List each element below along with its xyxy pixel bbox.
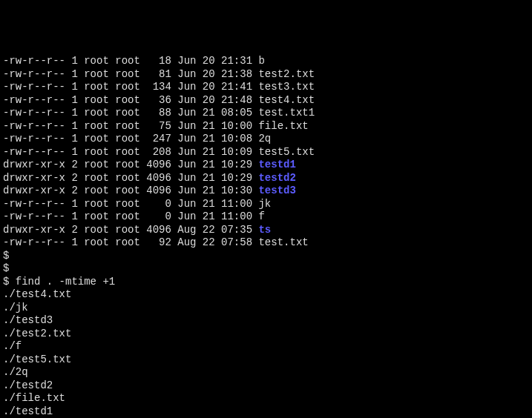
ls-row: -rw-r--r-- 1 root root 75 Jun 21 10:00 f… (3, 120, 529, 133)
ls-row: -rw-r--r-- 1 root root 0 Jun 21 11:00 jk (3, 198, 529, 211)
file-name: file.txt (258, 120, 308, 132)
ls-row: -rw-r--r-- 1 root root 92 Aug 22 07:58 t… (3, 236, 529, 250)
ls-row: -rw-r--r-- 1 root root 88 Jun 21 08:05 t… (3, 107, 529, 120)
file-name: test.txt (258, 236, 308, 248)
find-output-line: ./2q (3, 366, 529, 379)
prompt-line: $ (3, 250, 529, 263)
file-name: test4.txt (258, 94, 315, 106)
file-name: test3.txt (258, 81, 315, 93)
file-name: 2q (258, 133, 271, 145)
ls-row: -rw-r--r-- 1 root root 134 Jun 20 21:41 … (3, 81, 529, 94)
find-output-line: ./f (3, 340, 529, 354)
find-output-line: ./test2.txt (3, 328, 529, 341)
dir-name: testd2 (258, 172, 295, 184)
ls-row: -rw-r--r-- 1 root root 81 Jun 20 21:38 t… (3, 68, 529, 82)
find-output-line: ./file.txt (3, 392, 529, 405)
ls-row: drwxr-xr-x 2 root root 4096 Jun 21 10:29… (3, 159, 529, 172)
file-name: b (258, 55, 264, 67)
dir-name: ts (258, 224, 271, 236)
ls-row: -rw-r--r-- 1 root root 247 Jun 21 10:08 … (3, 133, 529, 146)
terminal[interactable]: -rw-r--r-- 1 root root 18 Jun 20 21:31 b… (3, 55, 529, 418)
ls-row: -rw-r--r-- 1 root root 18 Jun 20 21:31 b (3, 55, 529, 68)
dir-name: testd3 (258, 185, 295, 196)
ls-row: drwxr-xr-x 2 root root 4096 Jun 21 10:29… (3, 172, 529, 185)
find-output-line: ./testd2 (3, 379, 529, 393)
ls-row: drwxr-xr-x 2 root root 4096 Aug 22 07:35… (3, 224, 529, 237)
find-output-line: ./test4.txt (3, 288, 529, 302)
ls-row: -rw-r--r-- 1 root root 208 Jun 21 10:09 … (3, 146, 529, 159)
ls-row: -rw-r--r-- 1 root root 0 Jun 21 11:00 f (3, 210, 529, 224)
file-name: f (258, 210, 264, 222)
prompt-line: $ (3, 262, 529, 276)
file-name: test2.txt (258, 68, 315, 80)
find-output-line: ./test5.txt (3, 354, 529, 367)
find-output-line: ./jk (3, 302, 529, 315)
command-line: $ find . -mtime +1 (3, 276, 529, 289)
find-output-line: ./testd1 (3, 405, 529, 419)
find-output-line: ./testd3 (3, 314, 529, 328)
file-name: jk (258, 198, 271, 210)
dir-name: testd1 (258, 159, 295, 170)
ls-row: -rw-r--r-- 1 root root 36 Jun 20 21:48 t… (3, 94, 529, 107)
ls-row: drwxr-xr-x 2 root root 4096 Jun 21 10:30… (3, 185, 529, 198)
file-name: test5.txt (258, 146, 315, 158)
file-name: test.txt1 (258, 107, 315, 119)
